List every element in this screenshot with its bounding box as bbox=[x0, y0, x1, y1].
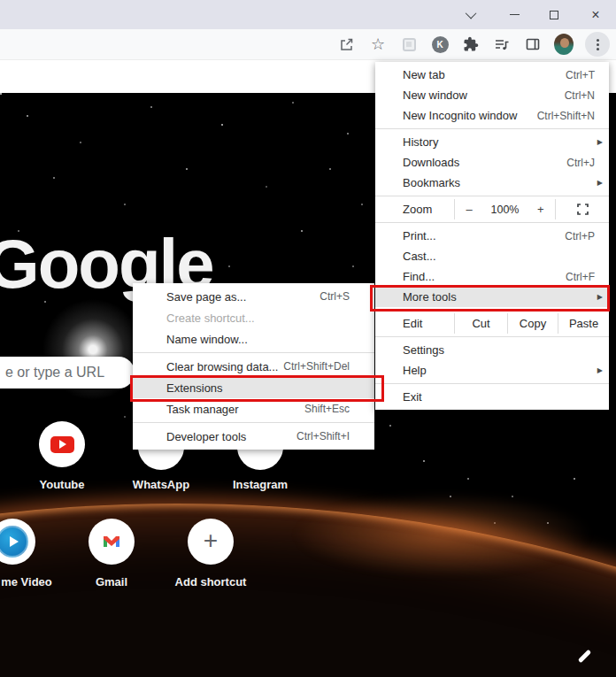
more-tools-submenu: Save page as... Ctrl+S Create shortcut..… bbox=[133, 283, 374, 450]
menu-item-settings[interactable]: Settings bbox=[375, 340, 609, 360]
fullscreen-button[interactable] bbox=[556, 204, 609, 215]
submenu-arrow-icon: ▶ bbox=[597, 138, 603, 146]
side-panel-icon[interactable] bbox=[523, 35, 543, 54]
separator bbox=[375, 336, 609, 337]
extension-muted-icon[interactable] bbox=[399, 35, 419, 54]
menu-item-save-page-as[interactable]: Save page as... Ctrl+S bbox=[133, 286, 374, 307]
menu-item-cast[interactable]: Cast... bbox=[375, 246, 609, 266]
menu-item-find[interactable]: Find... Ctrl+F bbox=[375, 266, 609, 287]
close-icon: × bbox=[591, 8, 599, 22]
copy-button[interactable]: Copy bbox=[508, 317, 558, 330]
puzzle-icon[interactable] bbox=[461, 35, 481, 54]
separator bbox=[375, 196, 609, 196]
menu-item-more-tools[interactable]: More tools ▶ bbox=[375, 287, 609, 307]
share-icon[interactable] bbox=[337, 35, 357, 54]
browser-window: × ☆ K bbox=[0, 0, 616, 677]
zoom-out-button[interactable]: – bbox=[462, 203, 476, 216]
minimize-button[interactable] bbox=[501, 0, 527, 29]
separator bbox=[133, 352, 374, 353]
menu-item-bookmarks[interactable]: Bookmarks ▶ bbox=[375, 173, 609, 193]
submenu-arrow-icon: ▶ bbox=[597, 366, 603, 374]
fullscreen-icon bbox=[577, 204, 589, 215]
youtube-icon bbox=[50, 436, 74, 453]
shortcut-label: Instagram bbox=[207, 478, 313, 491]
zoom-label: Zoom bbox=[375, 203, 454, 216]
menu-item-new-incognito-window[interactable]: New Incognito window Ctrl+Shift+N bbox=[375, 105, 609, 126]
bookmark-star-icon[interactable]: ☆ bbox=[368, 35, 388, 54]
titlebar: × bbox=[0, 0, 616, 29]
separator bbox=[375, 310, 609, 311]
plus-icon: + bbox=[204, 528, 218, 553]
close-button[interactable]: × bbox=[582, 0, 609, 29]
menu-item-task-manager[interactable]: Task manager Shift+Esc bbox=[133, 398, 374, 419]
toolbar: ☆ K bbox=[0, 29, 616, 60]
media-queue-icon[interactable] bbox=[492, 35, 512, 54]
shortcut-label: Add shortcut bbox=[158, 575, 264, 589]
separator bbox=[375, 128, 609, 129]
edit-label: Edit bbox=[375, 317, 454, 330]
chevron-down-icon[interactable] bbox=[458, 0, 485, 29]
menu-item-print[interactable]: Print... Ctrl+P bbox=[375, 226, 609, 246]
menu-item-help[interactable]: Help ▶ bbox=[375, 360, 609, 381]
paste-button[interactable]: Paste bbox=[558, 317, 609, 330]
kebab-menu-icon[interactable] bbox=[585, 32, 610, 57]
menu-item-new-window[interactable]: New window Ctrl+N bbox=[375, 85, 609, 105]
zoom-in-button[interactable]: + bbox=[534, 203, 548, 216]
chrome-main-menu: New tab Ctrl+T New window Ctrl+N New Inc… bbox=[375, 62, 609, 410]
avatar[interactable] bbox=[554, 35, 574, 54]
submenu-arrow-icon: ▶ bbox=[597, 293, 603, 301]
shortcut-youtube[interactable] bbox=[39, 421, 85, 467]
menu-item-downloads[interactable]: Downloads Ctrl+J bbox=[375, 152, 609, 173]
menu-edit-row: Edit Cut Copy Paste bbox=[375, 313, 609, 334]
separator bbox=[375, 383, 609, 384]
menu-item-clear-browsing-data[interactable]: Clear browsing data... Ctrl+Shift+Del bbox=[133, 356, 374, 377]
menu-item-exit[interactable]: Exit bbox=[375, 387, 609, 407]
horizon-glow bbox=[292, 493, 593, 577]
menu-zoom-row: Zoom – 100% + bbox=[375, 199, 609, 219]
separator bbox=[133, 422, 374, 423]
shortcut-gmail[interactable] bbox=[89, 519, 135, 565]
gmail-icon bbox=[101, 531, 122, 552]
menu-item-name-window[interactable]: Name window... bbox=[133, 328, 374, 350]
menu-item-new-tab[interactable]: New tab Ctrl+T bbox=[375, 65, 609, 85]
separator bbox=[375, 222, 609, 223]
zoom-value: 100% bbox=[490, 204, 519, 216]
search-input[interactable]: e or type a URL bbox=[0, 357, 135, 389]
menu-item-history[interactable]: History ▶ bbox=[375, 132, 609, 152]
shortcut-label: Gmail bbox=[58, 575, 165, 589]
stars-decoration bbox=[0, 93, 2, 95]
submenu-arrow-icon: ▶ bbox=[597, 179, 603, 187]
search-text: e or type a URL bbox=[5, 365, 104, 381]
menu-item-developer-tools[interactable]: Developer tools Ctrl+Shift+I bbox=[133, 426, 374, 447]
add-shortcut-button[interactable]: + bbox=[188, 519, 234, 565]
menu-item-create-shortcut: Create shortcut... bbox=[133, 307, 374, 328]
shortcut-label: Youtube bbox=[9, 478, 115, 491]
menu-item-extensions[interactable]: Extensions bbox=[133, 377, 374, 398]
maximize-button[interactable] bbox=[541, 0, 567, 29]
prime-video-icon bbox=[0, 526, 28, 558]
shortcut-label: WhatsApp bbox=[108, 478, 214, 491]
k-badge-icon[interactable]: K bbox=[430, 35, 450, 54]
cut-button[interactable]: Cut bbox=[455, 317, 507, 330]
